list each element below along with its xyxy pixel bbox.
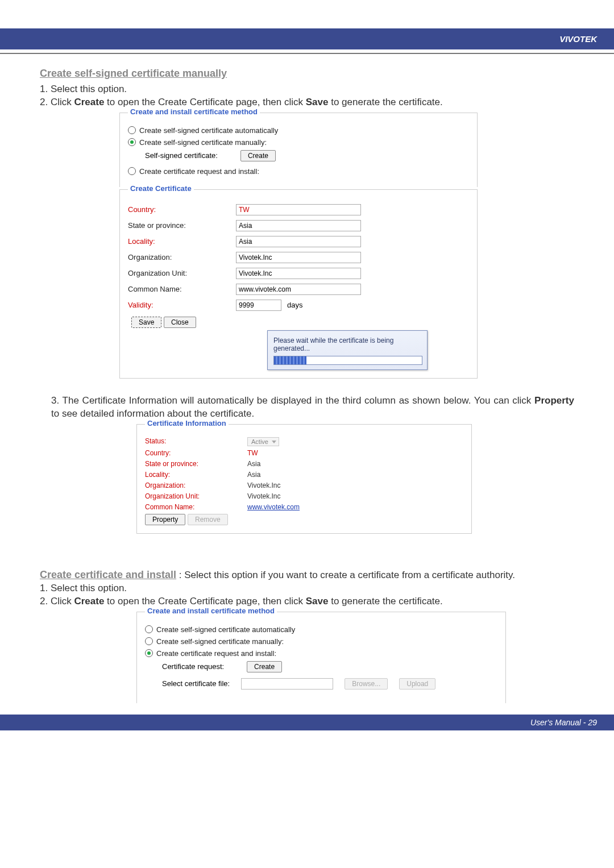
s3s2-create: Create [74,596,104,607]
state-label: State or province: [128,221,236,230]
validity-input[interactable] [236,300,281,311]
s2b: to see detailed information about the ce… [51,408,254,419]
ci-orgu-l: Organization Unit: [145,492,247,500]
locality-input[interactable] [236,236,361,247]
ci-orgu-v: Vivotek.Inc [247,492,280,500]
header-rule [0,53,614,54]
ci-country-v: TW [247,449,258,457]
radio-auto-icon [128,126,136,134]
method-box-1-legend: Create and install certificate method [128,107,260,116]
cert-info-box: Certificate Information Status: Active C… [136,424,472,534]
radio2-manual-label: Create self-signed certificate manually: [156,637,284,646]
s1s2-save: Save [306,97,329,107]
state-input[interactable] [236,220,361,231]
org-input[interactable] [236,252,361,263]
ci-state-v: Asia [247,460,260,468]
s1s2a: 2. Click [40,97,74,107]
locality-label: Locality: [128,237,236,246]
progress-fill [274,356,306,364]
remove-button: Remove [188,514,228,525]
radio-auto[interactable]: Create self-signed certificate automatic… [128,126,469,135]
ci-locality-v: Asia [247,471,260,479]
radio-manual-icon [128,138,136,146]
section3-step2: 2. Click Create to open the Create Certi… [40,595,574,608]
radio2-auto-icon [145,625,153,633]
radio2-manual[interactable]: Create self-signed certificate manually: [145,637,497,646]
cn-input[interactable] [236,284,361,295]
create-cert-legend: Create Certificate [128,184,194,193]
org-label: Organization: [128,253,236,261]
status-message: Please wait while the certificate is bei… [273,337,421,352]
radio2-request[interactable]: Create certificate request and install: [145,649,497,658]
progress-bar [273,356,422,365]
radio-manual[interactable]: Create self-signed certificate manually: [128,138,469,147]
ci-org-v: Vivotek.Inc [247,481,280,489]
s1s2b: to open the Create Certificate page, the… [104,97,305,107]
radio-request-icon [128,167,136,175]
section1-step1: 1. Select this option. [40,83,574,96]
create-button[interactable]: Create [240,150,276,161]
radio-auto-label: Create self-signed certificate automatic… [139,126,278,135]
s3s2a: 2. Click [40,596,74,607]
ci-status-select: Active [247,437,279,446]
section1-step2: 2. Click Create to open the Create Certi… [40,96,574,109]
s3s2b: to open the Create Certificate page, the… [104,596,305,607]
radio-manual-label: Create self-signed certificate manually: [139,138,267,147]
cert-request-label: Certificate request: [162,662,224,671]
browse-button[interactable]: Browse... [345,678,388,690]
radio2-auto-label: Create self-signed certificate automatic… [156,625,295,634]
ci-org-l: Organization: [145,481,247,489]
ci-status-l: Status: [145,437,247,446]
section3-rest: : Select this option if you want to crea… [176,570,515,580]
validity-label: Validity: [128,301,236,309]
s2-prop: Property [534,395,574,406]
select-file-label: Select certificate file: [162,679,230,688]
ci-state-l: State or province: [145,460,247,468]
ci-cn-l: Common Name: [145,503,247,511]
ci-cn-v: www.vivotek.com [247,503,300,511]
country-input[interactable] [236,204,361,215]
s2a: The Certificate Information will automat… [63,395,534,406]
radio-request[interactable]: Create certificate request and install: [128,167,469,176]
s1s2-create: Create [74,97,104,107]
orgu-input[interactable] [236,268,361,279]
radio2-manual-icon [145,637,153,645]
s2-num: 3. [51,395,63,406]
radio2-auto[interactable]: Create self-signed certificate automatic… [145,625,497,634]
header-brand: VIVOTEK [0,28,614,49]
ci-country-l: Country: [145,449,247,457]
s3s2c: to generate the certificate. [328,596,442,607]
create-button-2[interactable]: Create [247,661,282,672]
s3s2-save: Save [306,596,329,607]
radio-request-label: Create certificate request and install: [139,167,259,176]
cn-label: Common Name: [128,285,236,293]
close-button[interactable]: Close [164,317,196,328]
orgu-label: Organization Unit: [128,269,236,277]
method-box-2: Create and install certificate method Cr… [136,612,506,703]
validity-unit: days [287,301,302,309]
create-cert-box: Create Certificate Country: State or pro… [119,189,478,379]
ci-locality-l: Locality: [145,471,247,479]
footer-text: User's Manual - 29 [0,715,614,730]
section2-text: 3. The Certificate Information will auto… [40,394,574,421]
cert-info-legend: Certificate Information [145,419,229,427]
save-button[interactable]: Save [131,317,161,328]
s1s2c: to generate the certificate. [328,97,442,107]
country-label: Country: [128,205,236,214]
radio2-request-label: Create certificate request and install: [156,649,276,658]
method-box-2-legend: Create and install certificate method [145,607,277,615]
upload-button[interactable]: Upload [399,678,435,690]
property-button[interactable]: Property [145,514,185,525]
file-input[interactable] [241,678,333,690]
section3-para: Create certificate and install : Select … [40,568,574,582]
self-signed-label: Self-signed certificate: [145,151,218,160]
section3-step1: 1. Select this option. [40,582,574,595]
section3-title: Create certificate and install [40,569,176,580]
status-box: Please wait while the certificate is bei… [267,330,428,370]
radio2-request-icon [145,649,153,657]
method-box-1: Create and install certificate method Cr… [119,113,478,187]
section1-title: Create self-signed certificate manually [40,68,574,80]
